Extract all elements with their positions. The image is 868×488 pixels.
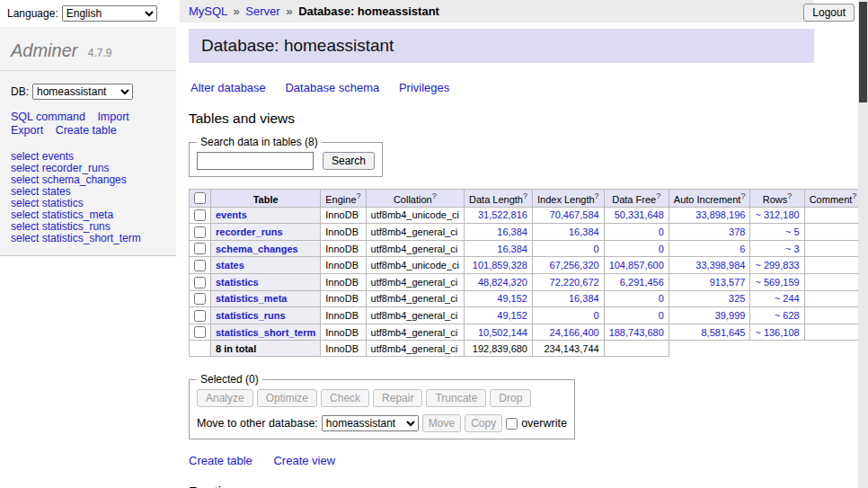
help-link[interactable]: ? xyxy=(656,191,660,200)
row-checkbox[interactable] xyxy=(194,310,206,322)
index-length-link[interactable]: 16,384 xyxy=(569,226,599,237)
optimize-button[interactable]: Optimize xyxy=(257,389,317,407)
data-length-link[interactable]: 48,824,320 xyxy=(478,277,527,288)
sidebar-table-link[interactable]: statistics_meta xyxy=(42,209,113,221)
data-free-link[interactable]: 0 xyxy=(659,226,664,237)
index-length-link[interactable]: 24,166,400 xyxy=(550,327,599,338)
sidebar-import-link[interactable]: Import xyxy=(97,111,128,123)
data-free-link[interactable]: 104,857,600 xyxy=(609,260,664,271)
sidebar-table-link[interactable]: states xyxy=(42,185,71,198)
index-length-link[interactable]: 72,220,672 xyxy=(550,277,599,288)
alter-database-link[interactable]: Alter database xyxy=(190,81,266,94)
language-select[interactable]: English xyxy=(62,5,157,22)
auto-increment-link[interactable]: 8,581,645 xyxy=(701,327,745,338)
logout-button[interactable]: Logout xyxy=(803,4,855,22)
sidebar-select-link[interactable]: select xyxy=(11,197,39,209)
row-checkbox[interactable] xyxy=(194,226,206,238)
rows-link[interactable]: ~ 5 xyxy=(785,226,800,237)
drop-button[interactable]: Drop xyxy=(490,389,531,407)
move-db-select[interactable]: homeassistant xyxy=(322,415,419,431)
sidebar-sql-command-link[interactable]: SQL command xyxy=(11,111,85,123)
rows-link[interactable]: ~ 299,833 xyxy=(755,260,799,271)
row-checkbox[interactable] xyxy=(194,277,206,288)
help-link[interactable]: ? xyxy=(740,191,745,200)
data-length-link[interactable]: 101,859,328 xyxy=(473,260,527,271)
help-link[interactable]: ? xyxy=(523,191,527,200)
analyze-button[interactable]: Analyze xyxy=(197,389,253,407)
data-length-link[interactable]: 31,522,816 xyxy=(478,209,527,220)
table-link[interactable]: events xyxy=(216,209,247,220)
row-checkbox[interactable] xyxy=(194,326,206,338)
data-free-link[interactable]: 0 xyxy=(659,244,664,254)
rows-link[interactable]: ~ 3 xyxy=(785,244,800,254)
index-length-link[interactable]: 16,384 xyxy=(569,293,599,304)
data-length-link[interactable]: 49,152 xyxy=(497,310,527,321)
sidebar-table-link[interactable]: recorder_runs xyxy=(42,162,110,174)
database-schema-link[interactable]: Database schema xyxy=(285,81,379,94)
table-link[interactable]: statistics_runs xyxy=(216,310,286,321)
table-link[interactable]: states xyxy=(216,260,244,271)
help-link[interactable]: ? xyxy=(852,191,856,200)
index-length-link[interactable]: 0 xyxy=(594,244,599,254)
sidebar-select-link[interactable]: select xyxy=(11,220,39,233)
breadcrumb-mysql-link[interactable]: MySQL xyxy=(189,4,227,18)
index-length-link[interactable]: 0 xyxy=(594,310,599,321)
search-button[interactable]: Search xyxy=(323,152,375,170)
row-checkbox[interactable] xyxy=(194,243,206,254)
auto-increment-link[interactable]: 378 xyxy=(729,226,745,237)
table-link[interactable]: statistics xyxy=(216,277,259,288)
table-link[interactable]: recorder_runs xyxy=(216,226,283,237)
sidebar-table-link[interactable]: statistics_runs xyxy=(42,220,111,233)
sidebar-table-link[interactable]: statistics_short_term xyxy=(42,232,141,244)
sidebar-table-link[interactable]: statistics xyxy=(42,197,84,209)
search-input[interactable] xyxy=(197,152,314,170)
copy-button[interactable]: Copy xyxy=(465,414,502,432)
data-free-link[interactable]: 188,743,680 xyxy=(609,327,664,338)
table-link[interactable]: statistics_short_term xyxy=(216,327,315,338)
rows-link[interactable]: ~ 244 xyxy=(775,293,800,304)
check-button[interactable]: Check xyxy=(321,389,369,407)
select-all-checkbox[interactable] xyxy=(194,192,206,204)
sidebar-select-link[interactable]: select xyxy=(11,232,39,244)
table-link[interactable]: statistics_meta xyxy=(216,293,288,304)
help-link[interactable]: ? xyxy=(357,191,361,200)
index-length-link[interactable]: 70,467,584 xyxy=(550,209,599,220)
index-length-link[interactable]: 67,256,320 xyxy=(550,260,599,271)
auto-increment-link[interactable]: 325 xyxy=(729,293,745,304)
data-free-link[interactable]: 0 xyxy=(659,293,664,304)
sidebar-select-link[interactable]: select xyxy=(11,173,39,186)
data-length-link[interactable]: 49,152 xyxy=(497,293,527,304)
data-length-link[interactable]: 16,384 xyxy=(497,244,527,254)
row-checkbox[interactable] xyxy=(194,260,206,271)
data-free-link[interactable]: 0 xyxy=(659,310,664,321)
scrollbar-thumb[interactable] xyxy=(859,2,867,102)
repair-button[interactable]: Repair xyxy=(373,389,422,407)
data-free-link[interactable]: 50,331,648 xyxy=(615,209,664,220)
rows-link[interactable]: ~ 136,108 xyxy=(755,327,799,338)
sidebar-table-link[interactable]: events xyxy=(42,150,74,163)
data-length-link[interactable]: 10,502,144 xyxy=(478,327,527,338)
create-view-link[interactable]: Create view xyxy=(273,454,335,467)
adminer-logo-link[interactable]: Adminer xyxy=(11,40,77,60)
help-link[interactable]: ? xyxy=(787,191,792,200)
breadcrumb-server-link[interactable]: Server xyxy=(245,4,279,18)
sidebar-table-link[interactable]: schema_changes xyxy=(42,173,127,186)
auto-increment-link[interactable]: 913,577 xyxy=(710,277,746,288)
vertical-scrollbar[interactable] xyxy=(858,0,868,488)
sidebar-select-link[interactable]: select xyxy=(11,162,39,174)
auto-increment-link[interactable]: 39,999 xyxy=(715,310,746,321)
db-select[interactable]: homeassistant xyxy=(32,84,133,100)
truncate-button[interactable]: Truncate xyxy=(426,389,486,407)
rows-link[interactable]: ~ 628 xyxy=(775,310,800,321)
data-length-link[interactable]: 16,384 xyxy=(497,226,527,237)
rows-link[interactable]: ~ 312,180 xyxy=(755,209,799,220)
sidebar-select-link[interactable]: select xyxy=(11,150,39,163)
sidebar-select-link[interactable]: select xyxy=(11,209,39,221)
help-link[interactable]: ? xyxy=(432,191,437,200)
table-link[interactable]: schema_changes xyxy=(216,244,298,254)
row-checkbox[interactable] xyxy=(194,209,206,221)
create-table-link[interactable]: Create table xyxy=(189,454,252,467)
overwrite-checkbox[interactable] xyxy=(506,418,518,430)
row-checkbox[interactable] xyxy=(194,293,206,305)
auto-increment-link[interactable]: 33,398,984 xyxy=(695,260,745,271)
